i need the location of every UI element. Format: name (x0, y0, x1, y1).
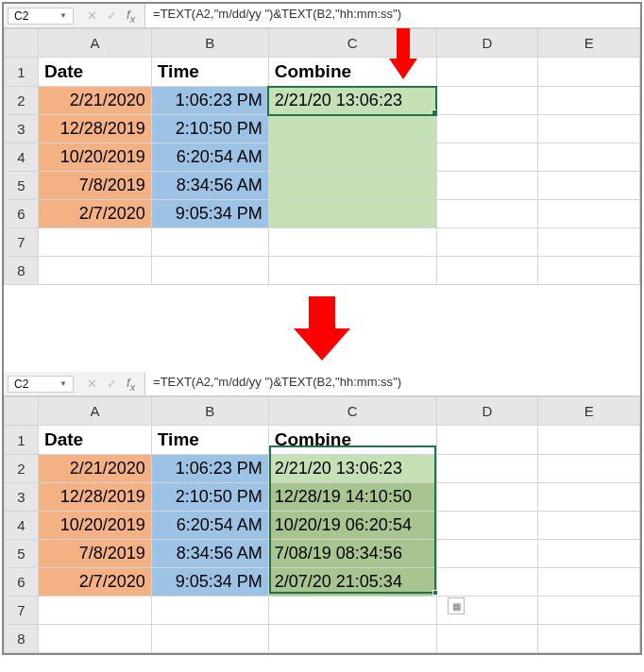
cell[interactable] (538, 540, 640, 568)
row-header[interactable]: 1 (5, 58, 39, 87)
row-header[interactable]: 2 (5, 455, 39, 483)
confirm-icon[interactable]: ✓ (107, 377, 117, 391)
spreadsheet-grid-before[interactable]: A B C D E 1 Date Time Combine 2 2/21/202… (4, 28, 640, 285)
row-header[interactable]: 3 (5, 483, 39, 512)
cell[interactable]: 2/21/20 13:06:23 (268, 455, 436, 483)
row-header[interactable]: 8 (5, 625, 39, 653)
col-header-A[interactable]: A (38, 397, 151, 426)
cell[interactable]: 7/8/2019 (38, 172, 151, 200)
cell-selected[interactable]: 2/21/20 13:06:23 (268, 87, 436, 115)
cell[interactable]: Date (38, 58, 151, 87)
cell[interactable] (268, 172, 436, 200)
cell[interactable]: 1:06:23 PM (151, 87, 268, 115)
cell[interactable] (268, 115, 436, 143)
row-header[interactable]: 3 (5, 115, 39, 143)
cell[interactable]: 12/28/2019 (38, 483, 151, 512)
cell[interactable] (436, 625, 538, 653)
cell[interactable] (538, 257, 640, 285)
row-header[interactable]: 7 (5, 596, 39, 625)
fill-handle[interactable] (432, 590, 438, 596)
cancel-icon[interactable]: ✕ (87, 8, 97, 23)
cell[interactable] (38, 625, 151, 653)
cell[interactable] (268, 200, 436, 228)
cell[interactable] (38, 228, 151, 257)
row-header[interactable]: 7 (5, 228, 39, 257)
spreadsheet-grid-after[interactable]: A B C D E 1 Date Time Combine 2 2/21/202… (4, 396, 640, 653)
cell[interactable] (38, 596, 151, 625)
cell[interactable] (268, 596, 436, 625)
row-header[interactable]: 6 (5, 200, 39, 228)
cell[interactable] (436, 568, 538, 596)
cell[interactable] (151, 596, 268, 625)
cell[interactable] (151, 228, 268, 257)
col-header-B[interactable]: B (151, 29, 268, 58)
cell[interactable] (436, 143, 538, 172)
col-header-E[interactable]: E (538, 397, 640, 426)
cell[interactable]: 2/07/20 21:05:34 (268, 568, 436, 596)
cell[interactable] (538, 87, 640, 115)
cell[interactable] (538, 228, 640, 257)
name-box[interactable]: C2 ▼ (8, 8, 74, 25)
cell[interactable] (151, 257, 268, 285)
cell[interactable]: 2:10:50 PM (151, 115, 268, 143)
col-header-D[interactable]: D (436, 397, 538, 426)
cell[interactable] (538, 115, 640, 143)
formula-input[interactable]: =TEXT(A2,"m/dd/yy ")&TEXT(B2,"hh:mm:ss") (144, 4, 640, 27)
cell[interactable]: 2/21/2020 (38, 455, 151, 483)
row-header[interactable]: 2 (5, 87, 39, 115)
cell[interactable] (436, 483, 538, 512)
cell[interactable] (538, 455, 640, 483)
cell[interactable] (538, 426, 640, 455)
row-header[interactable]: 4 (5, 143, 39, 172)
cell[interactable]: 10/20/19 06:20:54 (268, 512, 436, 540)
formula-input[interactable]: =TEXT(A2,"m/dd/yy ")&TEXT(B2,"hh:mm:ss") (144, 372, 640, 395)
cell[interactable] (538, 568, 640, 596)
cell[interactable] (436, 257, 538, 285)
cell[interactable]: 10/20/2019 (38, 512, 151, 540)
cell[interactable]: 9:05:34 PM (151, 568, 268, 596)
cell[interactable] (268, 228, 436, 257)
cell[interactable] (436, 455, 538, 483)
col-header-E[interactable]: E (538, 29, 640, 58)
select-all-corner[interactable] (5, 29, 39, 58)
cell[interactable] (151, 625, 268, 653)
col-header-C[interactable]: C (268, 397, 436, 426)
cell[interactable]: 2/7/2020 (38, 200, 151, 228)
cell[interactable]: 1:06:23 PM (151, 455, 268, 483)
cell[interactable] (436, 426, 538, 455)
cell[interactable] (436, 58, 538, 87)
cell[interactable]: 12/28/2019 (38, 115, 151, 143)
cell[interactable]: 10/20/2019 (38, 143, 151, 172)
fx-icon[interactable]: fx (127, 376, 135, 393)
cell[interactable] (538, 483, 640, 512)
col-header-D[interactable]: D (436, 29, 538, 58)
cell[interactable]: Time (151, 58, 268, 87)
cell[interactable] (538, 200, 640, 228)
cell[interactable]: 12/28/19 14:10:50 (268, 483, 436, 512)
cell[interactable] (538, 625, 640, 653)
cell[interactable]: 6:20:54 AM (151, 512, 268, 540)
cell[interactable]: 2/7/2020 (38, 568, 151, 596)
cell[interactable] (436, 115, 538, 143)
fx-icon[interactable]: fx (127, 8, 135, 25)
cell[interactable]: Combine (268, 426, 436, 455)
cell[interactable]: Time (151, 426, 268, 455)
cell[interactable] (538, 512, 640, 540)
cell[interactable] (268, 143, 436, 172)
col-header-A[interactable]: A (38, 29, 151, 58)
cell[interactable]: 2/21/2020 (38, 87, 151, 115)
cell[interactable] (436, 200, 538, 228)
name-box[interactable]: C2 ▼ (8, 376, 74, 393)
cancel-icon[interactable]: ✕ (87, 377, 97, 391)
cell[interactable]: 7/8/2019 (38, 540, 151, 568)
cell[interactable] (436, 87, 538, 115)
cell[interactable]: 2:10:50 PM (151, 483, 268, 512)
cell[interactable] (538, 143, 640, 172)
row-header[interactable]: 8 (5, 257, 39, 285)
col-header-B[interactable]: B (151, 397, 268, 426)
cell[interactable] (38, 257, 151, 285)
row-header[interactable]: 5 (5, 540, 39, 568)
cell[interactable] (268, 257, 436, 285)
cell[interactable]: Date (38, 426, 151, 455)
row-header[interactable]: 5 (5, 172, 39, 200)
